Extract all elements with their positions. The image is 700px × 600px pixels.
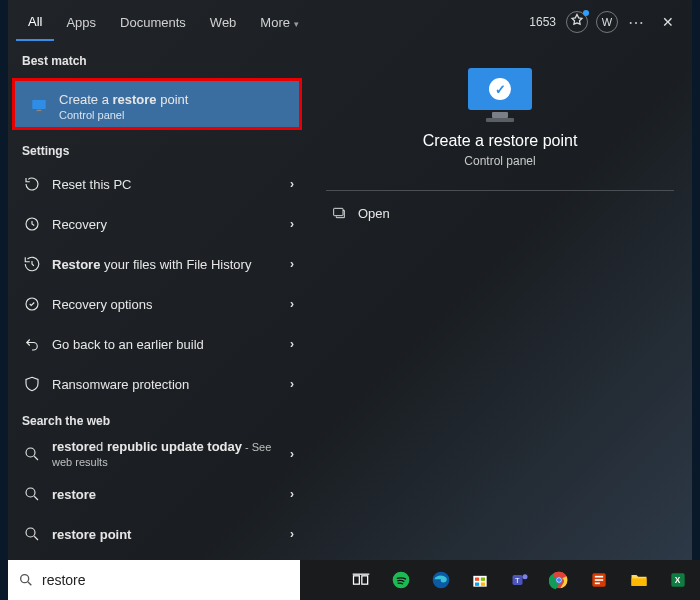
svg-rect-30 <box>595 579 603 581</box>
settings-go-back[interactable]: Go back to an earlier build › <box>8 324 308 364</box>
best-match-result[interactable]: Create a restore point Control panel <box>12 78 302 130</box>
search-icon <box>22 444 42 464</box>
chevron-right-icon: › <box>290 177 294 191</box>
tab-apps[interactable]: Apps <box>54 5 108 40</box>
history-icon <box>22 254 42 274</box>
section-web: Search the web <box>8 404 308 434</box>
web-result[interactable]: restored republic update today - See web… <box>8 434 308 474</box>
svg-rect-19 <box>475 583 479 586</box>
svg-point-7 <box>26 528 35 537</box>
svg-rect-0 <box>32 100 46 109</box>
results-list: Best match Create a restore point Contro… <box>8 44 308 560</box>
svg-rect-32 <box>631 578 646 586</box>
svg-point-6 <box>26 488 35 497</box>
rewards-icon[interactable] <box>566 11 588 33</box>
chevron-right-icon: › <box>290 487 294 501</box>
chevron-right-icon: › <box>290 527 294 541</box>
search-input[interactable] <box>42 572 290 588</box>
settings-recovery-options[interactable]: Recovery options › <box>8 284 308 324</box>
section-settings: Settings <box>8 134 308 164</box>
search-icon <box>22 524 42 544</box>
chevron-right-icon: › <box>290 447 294 461</box>
svg-rect-1 <box>37 110 42 112</box>
teams-icon[interactable]: T <box>502 562 538 598</box>
taskview-icon[interactable] <box>344 562 380 598</box>
taskbar: T X <box>300 560 700 600</box>
svg-rect-20 <box>481 583 485 586</box>
start-search-window: All Apps Documents Web More▾ 1653 W ⋯ ✕ … <box>8 0 692 560</box>
svg-point-5 <box>26 448 35 457</box>
store-icon[interactable] <box>462 562 498 598</box>
svg-rect-12 <box>354 576 360 584</box>
chevron-right-icon: › <box>290 257 294 271</box>
news-icon[interactable] <box>581 562 617 598</box>
chrome-icon[interactable] <box>542 562 578 598</box>
tab-more[interactable]: More▾ <box>248 5 311 40</box>
svg-text:T: T <box>515 576 520 585</box>
open-icon <box>330 205 348 221</box>
tab-documents[interactable]: Documents <box>108 5 198 40</box>
svg-rect-10 <box>334 208 343 215</box>
shield-icon <box>22 374 42 394</box>
monitor-check-icon: ✓ <box>468 68 532 110</box>
chevron-right-icon: › <box>290 217 294 231</box>
excel-icon[interactable]: X <box>660 562 696 598</box>
recovery-icon <box>22 214 42 234</box>
chevron-down-icon: ▾ <box>294 19 299 29</box>
tab-all[interactable]: All <box>16 4 54 41</box>
preview-pane: ✓ Create a restore point Control panel O… <box>308 44 692 560</box>
rewards-points[interactable]: 1653 <box>529 15 556 29</box>
svg-text:X: X <box>675 575 681 585</box>
section-best-match: Best match <box>8 44 308 74</box>
web-result[interactable]: restore point › <box>8 514 308 554</box>
search-scope-tabs: All Apps Documents Web More▾ 1653 W ⋯ ✕ <box>8 0 692 44</box>
svg-rect-31 <box>595 583 600 585</box>
spotify-icon[interactable] <box>383 562 419 598</box>
svg-point-11 <box>21 575 29 583</box>
reset-icon <box>22 174 42 194</box>
svg-point-27 <box>557 578 561 582</box>
close-button[interactable]: ✕ <box>652 8 684 36</box>
preview-title: Create a restore point <box>308 132 692 150</box>
svg-rect-17 <box>475 578 479 581</box>
settings-reset-pc[interactable]: Reset this PC › <box>8 164 308 204</box>
search-icon <box>18 572 34 588</box>
more-options-icon[interactable]: ⋯ <box>622 13 652 32</box>
chevron-right-icon: › <box>290 377 294 391</box>
cortana-icon[interactable] <box>304 562 340 598</box>
svg-rect-18 <box>481 578 485 581</box>
search-box[interactable] <box>8 560 300 600</box>
settings-ransomware[interactable]: Ransomware protection › <box>8 364 308 404</box>
svg-rect-2 <box>35 111 43 112</box>
svg-rect-29 <box>595 576 603 578</box>
user-avatar[interactable]: W <box>596 11 618 33</box>
web-result[interactable]: restore › <box>8 474 308 514</box>
goback-icon <box>22 334 42 354</box>
options-icon <box>22 294 42 314</box>
preview-subtitle: Control panel <box>308 154 692 168</box>
settings-recovery[interactable]: Recovery › <box>8 204 308 244</box>
svg-rect-13 <box>362 576 368 584</box>
svg-point-23 <box>522 574 527 579</box>
settings-file-history[interactable]: Restore your files with File History › <box>8 244 308 284</box>
edge-icon[interactable] <box>423 562 459 598</box>
monitor-icon <box>29 96 49 116</box>
file-explorer-icon[interactable] <box>621 562 657 598</box>
chevron-right-icon: › <box>290 337 294 351</box>
search-icon <box>22 484 42 504</box>
chevron-right-icon: › <box>290 297 294 311</box>
tab-web[interactable]: Web <box>198 5 249 40</box>
open-action[interactable]: Open <box>308 191 692 235</box>
